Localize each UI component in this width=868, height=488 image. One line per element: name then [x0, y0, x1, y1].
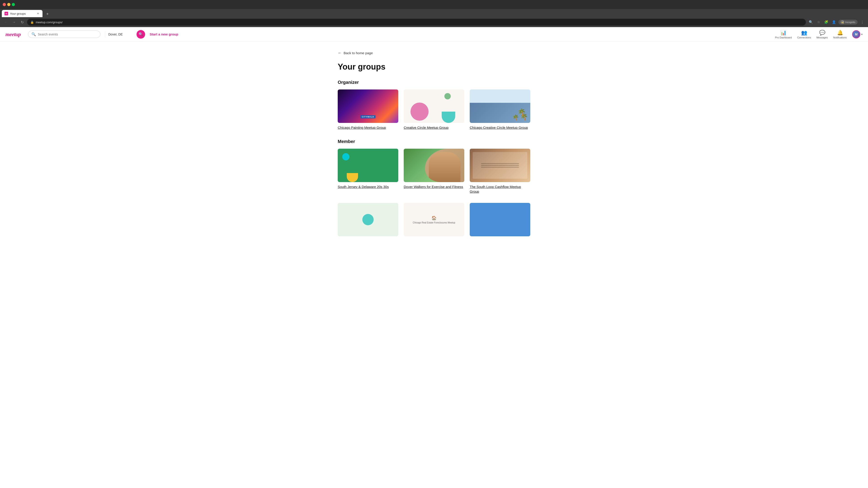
shape-yellow [347, 173, 358, 182]
group-card-south-jersey[interactable]: South Jersey & Delaware 20s 30s [338, 149, 398, 194]
tab-bar: m Your groups ✕ + [0, 9, 868, 17]
main-content: ← Back to home page Your groups Organize… [332, 41, 536, 257]
messages-nav[interactable]: 💬 Messages [816, 30, 828, 39]
avatar-chevron-icon: ▾ [861, 33, 863, 36]
group-card-bottom-3[interactable] [470, 203, 530, 238]
meetup-logo[interactable]: meetup [5, 31, 24, 38]
group-title-dover-walkers: Dover Walkers for Exercise and Fitness [404, 184, 464, 189]
group-card-bottom-2[interactable]: 🏠 Chicago Real Estate Foreclosures Meetu… [404, 203, 464, 238]
group-card-south-loop[interactable]: The South Loop Cashflow Meetup Group [470, 149, 530, 194]
search-bar[interactable]: 🔍 [28, 31, 100, 38]
incognito-badge: 🕵 Incognito [838, 20, 858, 25]
messages-icon: 💬 [819, 30, 825, 36]
back-to-home-link[interactable]: ← Back to home page [338, 51, 373, 55]
group-image-south-jersey [338, 149, 398, 182]
header-nav: 📊 Pro Dashboard 👥 Connections 💬 Messages… [775, 30, 863, 39]
group-title-chicago-creative-circle: Chicago Creative Circle Meetup Group [470, 125, 530, 130]
back-arrow-icon: ← [338, 51, 342, 55]
notifications-label: Notifications [833, 36, 847, 39]
search-button[interactable]: 🔍 [136, 30, 145, 39]
notifications-icon: 🔔 [837, 30, 843, 36]
member-groups-grid: South Jersey & Delaware 20s 30s Dover Wa… [338, 149, 530, 194]
titlebar [0, 0, 868, 9]
location-text: Dover, DE [108, 33, 123, 36]
connections-nav[interactable]: 👥 Connections [797, 30, 811, 39]
user-avatar: M [852, 30, 860, 38]
site-header: meetup 🔍 Dover, DE 🔍 Start a new group 📊… [0, 27, 868, 41]
tab-title: Your groups [10, 12, 26, 15]
circle-teal-shape [442, 111, 455, 123]
start-new-group-button[interactable]: Start a new group [150, 32, 178, 36]
url-display: meetup.com/groups/ [36, 21, 63, 24]
active-tab[interactable]: m Your groups ✕ [2, 10, 42, 17]
group-title-chicago-painting: Chicago Painting Meetup Group [338, 125, 398, 130]
connections-label: Connections [797, 36, 811, 39]
circle-pink-shape [410, 103, 429, 121]
extensions-btn[interactable]: 🧩 [823, 19, 829, 25]
page-title: Your groups [338, 62, 530, 72]
browser-actions: 🔍 ☆ 🧩 👤 🕵 Incognito ⋮ [808, 19, 865, 25]
new-tab-btn[interactable]: + [44, 11, 51, 17]
group-card-dover-walkers[interactable]: Dover Walkers for Exercise and Fitness [404, 149, 464, 194]
window-controls [3, 3, 15, 6]
menu-btn[interactable]: ⋮ [859, 19, 865, 25]
group-card-bottom-1[interactable] [338, 203, 398, 238]
notifications-nav[interactable]: 🔔 Notifications [833, 30, 847, 39]
back-nav-btn[interactable]: ← [3, 19, 9, 25]
tab-close-btn[interactable]: ✕ [36, 12, 40, 15]
search-icon: 🔍 [31, 32, 36, 36]
group-image-bottom-1 [338, 203, 398, 236]
search-action-btn[interactable]: 🔍 [808, 19, 814, 25]
location-bar[interactable]: Dover, DE [105, 31, 132, 37]
organizer-section-title: Organizer [338, 80, 530, 85]
group-image-south-loop [470, 149, 530, 182]
bottom-groups-grid: 🏠 Chicago Real Estate Foreclosures Meetu… [338, 203, 530, 238]
svg-text:meetup: meetup [5, 31, 21, 37]
search-btn-icon: 🔍 [138, 32, 143, 36]
minimize-btn[interactable] [7, 3, 10, 6]
group-image-creative-circle [404, 90, 464, 123]
maximize-btn[interactable] [12, 3, 15, 6]
bookmark-btn[interactable]: ☆ [815, 19, 822, 25]
start-group-label: Start a new group [150, 32, 178, 36]
group-image-chicago-creative: 🌴 🌴 [470, 90, 530, 123]
member-section: Member South Jersey & Delaware 20s 30s D… [338, 139, 530, 238]
group-image-dover [404, 149, 464, 182]
logo-text: meetup [5, 31, 24, 37]
forward-nav-btn[interactable]: → [11, 19, 17, 25]
reload-btn[interactable]: ↻ [19, 19, 25, 25]
circle-cyan-shape [342, 153, 349, 160]
pro-dashboard-label: Pro Dashboard [775, 36, 792, 39]
circle-green-shape [444, 93, 451, 99]
pro-dashboard-nav[interactable]: 📊 Pro Dashboard [775, 30, 792, 39]
bottom-2-label: Chicago Real Estate Foreclosures Meetup [413, 221, 455, 224]
group-title-south-jersey: South Jersey & Delaware 20s 30s [338, 184, 398, 189]
pro-dashboard-icon: 📊 [780, 30, 786, 36]
address-bar[interactable]: 🔒 meetup.com/groups/ [27, 19, 806, 26]
group-card-chicago-creative-circle[interactable]: 🌴 🌴 Chicago Creative Circle Meetup Group [470, 90, 530, 130]
back-link-label: Back to home page [344, 51, 373, 55]
connections-icon: 👥 [801, 30, 807, 36]
group-image-bottom-3 [470, 203, 530, 236]
user-avatar-btn[interactable]: M ▾ [852, 30, 863, 38]
teal-circle-lg [362, 214, 374, 225]
group-card-creative-circle[interactable]: Creative Circle Meetup Group [404, 90, 464, 130]
close-btn[interactable] [3, 3, 6, 6]
member-section-title: Member [338, 139, 530, 144]
group-title-creative-circle: Creative Circle Meetup Group [404, 125, 464, 130]
incognito-label: Incognito [845, 21, 855, 24]
group-title-south-loop: The South Loop Cashflow Meetup Group [470, 184, 530, 194]
group-image-chicago-painting [338, 90, 398, 123]
organizer-section: Organizer Chicago Painting Meetup Group … [338, 80, 530, 130]
tab-favicon: m [4, 12, 8, 15]
search-input[interactable] [38, 33, 97, 36]
browser-chrome: m Your groups ✕ + ← → ↻ 🔒 meetup.com/gro… [0, 0, 868, 27]
profile-btn[interactable]: 👤 [831, 19, 837, 25]
group-card-chicago-painting[interactable]: Chicago Painting Meetup Group [338, 90, 398, 130]
group-image-bottom-2: 🏠 Chicago Real Estate Foreclosures Meetu… [404, 203, 464, 236]
organizer-groups-grid: Chicago Painting Meetup Group Creative C… [338, 90, 530, 130]
incognito-icon: 🕵 [841, 20, 844, 24]
address-bar-row: ← → ↻ 🔒 meetup.com/groups/ 🔍 ☆ 🧩 👤 🕵 Inc… [0, 17, 868, 27]
messages-label: Messages [816, 36, 828, 39]
